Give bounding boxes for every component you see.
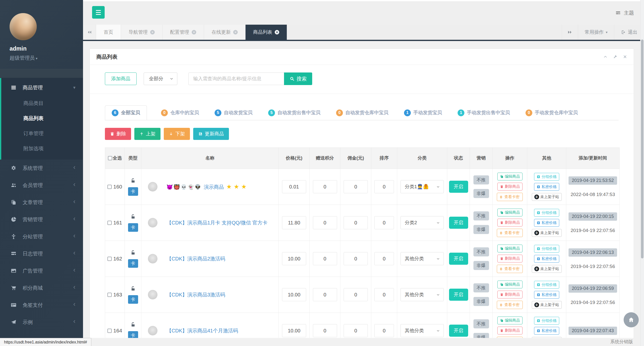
select-all-checkbox[interactable] — [108, 156, 112, 160]
user-role-dropdown[interactable]: 超级管理员▾ — [10, 55, 83, 61]
delete-product-button[interactable]: 删除商品 — [497, 219, 522, 226]
points-input[interactable]: 0 — [313, 252, 337, 265]
status-toggle-button[interactable]: 开启 — [449, 217, 468, 229]
commission-input[interactable]: 0 — [344, 252, 368, 265]
row-checkbox[interactable] — [107, 221, 112, 225]
sidebar-item-demo[interactable]: 示例‹ — [0, 314, 83, 331]
home-float-button[interactable] — [624, 312, 639, 327]
not-listed-button[interactable]: 0未上架子站 — [532, 229, 562, 237]
sidebar-item-goods-category[interactable]: 商品类目 — [1, 96, 83, 111]
view-cards-button[interactable]: 0查看卡密 — [497, 193, 523, 201]
private-price-button[interactable]: 私密价格 — [534, 183, 559, 191]
sidebar-item-article[interactable]: 文章管理‹ — [0, 194, 83, 211]
points-input[interactable]: 0 — [313, 216, 337, 229]
sidebar-item-payment[interactable]: 免签支付‹ — [0, 296, 83, 314]
filter-tab-2[interactable]: 5自动发货宝贝 — [213, 105, 254, 120]
status-toggle-button[interactable]: 开启 — [449, 325, 468, 337]
window-tab-home[interactable]: 首页 — [96, 25, 121, 40]
delete-product-button[interactable]: 删除商品 — [497, 291, 522, 298]
edit-product-button[interactable]: 编辑商品 — [497, 173, 522, 180]
wrench-icon[interactable] — [613, 55, 617, 59]
close-icon[interactable] — [623, 55, 627, 59]
filter-tab-7[interactable]: 0手动发货仓库中宝贝 — [524, 105, 579, 120]
product-name-link[interactable]: 【CDK】演示商品2激活码 — [167, 256, 225, 261]
close-tab-icon[interactable]: × — [150, 30, 155, 34]
view-cards-button[interactable]: 0查看卡密 — [497, 265, 523, 273]
price-input[interactable]: 0.01 — [282, 180, 306, 193]
group-price-button[interactable]: 分组价格 — [534, 245, 559, 253]
points-input[interactable]: 0 — [313, 180, 337, 193]
delete-product-button[interactable]: 删除商品 — [497, 327, 522, 334]
sidebar-item-goods[interactable]: 商品管理▾ — [1, 80, 83, 96]
price-input[interactable]: 11.80 — [282, 216, 306, 229]
commission-input[interactable]: 0 — [344, 216, 368, 229]
sidebar-item-branch[interactable]: 分站管理‹ — [0, 228, 83, 245]
bulk-update-button[interactable]: 更新商品 — [193, 128, 229, 140]
close-tab-icon[interactable]: × — [233, 30, 238, 34]
sort-input[interactable]: 0 — [374, 180, 394, 193]
add-product-button[interactable]: 添加商品 — [105, 72, 137, 85]
commission-input[interactable]: 0 — [344, 180, 368, 193]
window-tab-config[interactable]: 配置管理× — [163, 25, 204, 40]
edit-product-button[interactable]: 编辑商品 — [497, 317, 522, 324]
filter-tab-1[interactable]: 0仓库中的宝贝 — [159, 105, 200, 120]
filter-tab-3[interactable]: 5自动发货出售中宝贝 — [267, 105, 322, 120]
not-listed-button[interactable]: 0未上架子站 — [532, 301, 562, 309]
group-price-button[interactable]: 分组价格 — [534, 173, 559, 181]
tabs-scroll-left-button[interactable] — [83, 25, 96, 40]
sidebar-item-marketing[interactable]: 营销管理‹ — [0, 211, 83, 228]
view-cards-button[interactable]: 0查看卡密 — [497, 301, 523, 309]
commission-input[interactable]: 0 — [344, 324, 368, 337]
bulk-off-shelf-button[interactable]: 下架 — [164, 128, 190, 140]
sidebar-item-system[interactable]: 系统管理‹ — [0, 160, 83, 177]
status-toggle-button[interactable]: 开启 — [449, 253, 468, 265]
price-input[interactable]: 10.00 — [282, 288, 306, 301]
product-name-link[interactable]: 【CDK】演示商品1月卡 支持QQ/微信 官方卡 — [167, 220, 267, 225]
row-checkbox[interactable] — [107, 257, 112, 261]
user-avatar[interactable] — [10, 13, 37, 40]
private-price-button[interactable]: 私密价格 — [534, 255, 559, 263]
window-tab-update[interactable]: 在线更新× — [204, 25, 246, 40]
row-checkbox[interactable] — [107, 185, 112, 189]
edit-product-button[interactable]: 编辑商品 — [497, 245, 522, 252]
product-name-link[interactable]: 【CDK】演示商品41个月激活码 — [167, 328, 238, 333]
edit-product-button[interactable]: 编辑商品 — [497, 281, 522, 288]
sidebar-item-ad[interactable]: 广告管理‹ — [0, 262, 83, 279]
points-input[interactable]: 0 — [313, 288, 337, 301]
quick-actions-dropdown[interactable]: 常用操作▾ — [578, 25, 614, 40]
edit-product-button[interactable]: 编辑商品 — [497, 209, 522, 216]
points-input[interactable]: 0 — [313, 324, 337, 337]
sidebar-item-order[interactable]: 订单管理 — [1, 126, 83, 141]
sidebar-item-extra-options[interactable]: 附加选项 — [1, 141, 83, 156]
group-price-button[interactable]: 分组价格 — [534, 317, 559, 325]
filter-tab-5[interactable]: 1手动发货宝贝 — [403, 105, 444, 120]
collapse-icon[interactable] — [603, 55, 608, 59]
category-filter-select[interactable]: 全部分 — [144, 72, 177, 85]
close-tab-icon[interactable]: × — [192, 30, 196, 34]
bulk-on-shelf-button[interactable]: 上架 — [134, 128, 160, 140]
sidebar-item-goods-list[interactable]: 商品列表 — [1, 111, 83, 126]
sidebar-item-member[interactable]: 会员管理‹ — [0, 177, 83, 194]
sidebar-toggle-button[interactable] — [92, 6, 105, 19]
commission-input[interactable]: 0 — [344, 288, 368, 301]
status-toggle-button[interactable]: 开启 — [449, 289, 468, 301]
window-tab-goods-list[interactable]: 商品列表× — [246, 25, 287, 41]
sidebar-item-log[interactable]: 日志管理‹ — [0, 245, 83, 262]
category-select[interactable]: 分类2 — [400, 216, 444, 229]
product-name-link[interactable]: 【CDK】演示商品3激活码 — [167, 292, 225, 297]
private-price-button[interactable]: 私密价格 — [534, 291, 559, 299]
row-checkbox[interactable] — [107, 329, 112, 333]
filter-tab-0[interactable]: 6全部宝贝 — [105, 105, 147, 120]
row-checkbox[interactable] — [107, 293, 112, 297]
window-tab-nav[interactable]: 导航管理× — [121, 25, 163, 40]
category-select[interactable]: 分类1👮🦺 — [400, 180, 444, 193]
logout-button[interactable]: 退出 — [614, 25, 644, 40]
delete-product-button[interactable]: 删除商品 — [497, 183, 522, 190]
private-price-button[interactable]: 私密价格 — [534, 327, 559, 335]
price-input[interactable]: 10.00 — [282, 252, 306, 265]
sort-input[interactable]: 0 — [374, 216, 394, 229]
sort-input[interactable]: 0 — [374, 252, 394, 265]
theme-button[interactable]: 主题 — [615, 1, 634, 25]
tabs-scroll-right-button[interactable] — [562, 25, 578, 40]
view-cards-button[interactable]: 0查看卡密 — [497, 229, 523, 237]
